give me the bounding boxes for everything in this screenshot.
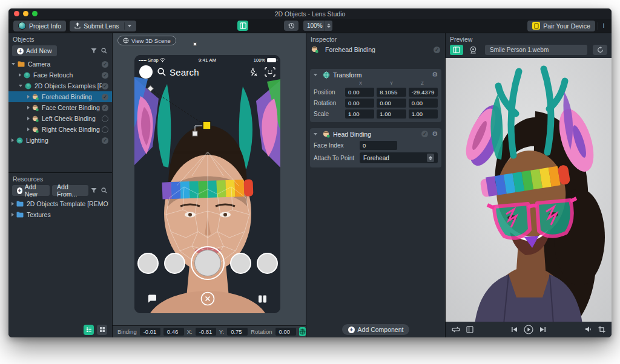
crop-icon[interactable] [598,326,605,333]
gear-icon[interactable]: ⚙ [432,71,438,78]
resource-item-textures[interactable]: Textures [8,209,112,220]
objects-panel-title: Objects [8,33,112,45]
scale-x-field[interactable]: 1.00 [345,109,374,119]
preview-mode-device-button[interactable] [450,45,463,55]
avatar[interactable] [139,65,153,79]
interface-layout-button[interactable] [237,21,248,31]
scale-z-field[interactable]: 1.00 [409,109,438,119]
search-icon[interactable] [101,187,107,193]
zoom-level-control[interactable]: 100% [303,21,332,31]
history-icon [288,22,295,29]
gear-icon[interactable]: ⚙ [432,131,438,137]
binding-value-2[interactable]: 0.46 [163,328,184,336]
plus-icon: + [348,327,355,333]
object-enabled-toggle[interactable]: ✓ [434,47,440,53]
resources-add-from-button[interactable]: Add From... [52,185,88,196]
lens-item[interactable] [257,253,278,274]
collapse-arrow-icon[interactable] [314,74,317,76]
visibility-toggle[interactable]: ✓ [102,137,108,144]
search-icon [157,68,166,76]
preview-video[interactable] [446,58,612,322]
preview-bottom-bar [446,322,612,337]
transform-header[interactable]: Transform ⚙ [310,69,441,80]
skip-start-icon[interactable] [511,327,518,333]
tree-item-face-retouch[interactable]: Face Retouch ✓ [8,70,112,80]
visibility-toggle[interactable]: ✓ [102,105,108,111]
project-info-button[interactable]: Project Info [13,21,66,31]
phone-pair-icon [532,22,540,30]
play-button-icon[interactable] [524,325,533,334]
attach-to-point-select[interactable]: Forehead [360,152,438,163]
close-lens-icon[interactable] [200,291,215,306]
tree-item-face-center-binding[interactable]: Face Center Binding ✓ [8,102,112,113]
mesh-overlay-button[interactable] [299,327,306,336]
resources-add-new-button[interactable]: + Add New [12,185,50,196]
tree-item-forehead-binding[interactable]: Forehead Binding ✓ [8,91,112,102]
collapse-arrow-icon[interactable] [314,133,317,135]
face-index-field[interactable]: 0 [360,141,397,150]
preview-source-select[interactable]: Smile Person 1.webm [485,45,587,55]
scale-y-field[interactable]: 1.00 [377,109,406,119]
filter-icon[interactable] [91,48,97,54]
rotation-label: Rotation [251,328,272,335]
head-binding-header[interactable]: Head Binding ✓ ⚙ [310,128,441,140]
x-value[interactable]: -0.81 [196,328,216,336]
binding-value-1[interactable]: -0.01 [140,328,160,336]
view-3d-scene-button[interactable]: View 3D Scene [117,36,176,45]
search-icon[interactable] [101,48,107,54]
chat-icon[interactable] [148,294,157,303]
submit-lens-button[interactable]: Submit Lens [70,21,136,31]
zoom-stepper[interactable] [325,21,332,31]
position-x-field[interactable]: 0.00 [345,88,374,97]
tree-item-camera[interactable]: Camera ✓ [8,59,112,70]
phone-search-bar[interactable]: Search [134,63,280,80]
device-viewport[interactable]: ••••• Snap 9:41 AM 100% [134,55,280,313]
filter-icon[interactable] [91,187,97,193]
resource-item-2d-objects-template[interactable]: 2D Objects Template [REMOVE_... [8,198,112,209]
phone-bottom-bar [134,291,280,306]
preview-reset-button[interactable] [593,45,607,55]
gizmo-handle[interactable] [193,42,197,46]
rotation-x-field[interactable]: 0.00 [345,99,374,108]
lens-item[interactable] [137,253,159,274]
visibility-toggle[interactable] [102,115,108,122]
y-value[interactable]: 0.75 [227,328,248,336]
visibility-toggle[interactable] [102,126,108,133]
visibility-toggle[interactable]: ✓ [102,72,108,79]
flash-off-icon[interactable] [249,68,257,76]
visibility-toggle[interactable]: ✓ [102,83,108,89]
position-z-field[interactable]: -29.4379 [409,88,438,97]
list-view-button[interactable] [84,325,94,335]
webcam-preview-button[interactable] [466,45,480,55]
info-button[interactable]: i [598,22,607,30]
grid-view-button[interactable] [97,325,107,335]
scan-smiley-icon[interactable] [265,67,275,77]
volume-icon[interactable] [585,326,592,333]
tree-item-right-cheek-binding[interactable]: Right Cheek Binding [8,124,112,135]
add-component-button[interactable]: + Add Component [342,324,410,335]
tree-item-2d-objects-examples[interactable]: 2D Objects Examples [RE ✓ [8,80,112,91]
position-y-field[interactable]: 8.1055 [377,88,406,97]
objects-add-new-button[interactable]: + Add New [12,45,57,56]
rotation-value[interactable]: 0.00 [275,328,296,336]
submit-lens-dropdown[interactable] [124,22,131,30]
lens-item[interactable] [164,253,185,274]
component-enabled-toggle[interactable]: ✓ [421,131,428,137]
visibility-toggle[interactable]: ✓ [102,61,108,68]
lens-item[interactable] [230,253,251,274]
tree-item-left-cheek-binding[interactable]: Left Cheek Binding [8,113,112,124]
inspector-panel: Inspector Forehead Binding ✓ Transform ⚙ [306,33,446,337]
search-label: Search [170,67,199,77]
skip-end-icon[interactable] [539,327,546,333]
pair-your-device-button[interactable]: Pair Your Device [527,21,595,31]
preview-panel-title: Preview [446,33,612,45]
visibility-toggle[interactable]: ✓ [102,94,108,100]
lens-studio-window: 2D Objects - Lens Studio Project Info Su… [8,8,612,337]
rotation-z-field[interactable]: 0.00 [409,99,438,108]
memories-icon[interactable] [258,294,267,304]
history-button[interactable] [284,21,298,31]
tree-item-lighting[interactable]: Lighting ✓ [8,135,112,146]
head-binding-icon [32,94,39,100]
rotation-y-field[interactable]: 0.00 [377,99,406,108]
capture-button[interactable] [191,246,225,280]
